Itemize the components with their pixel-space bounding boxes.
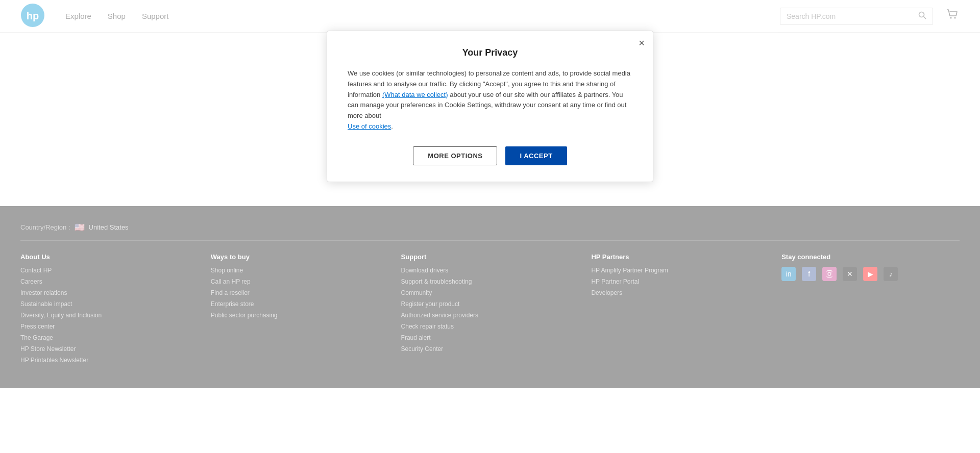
modal-actions: MORE OPTIONS I ACCEPT (348, 146, 632, 165)
modal-title: Your Privacy (348, 47, 632, 58)
privacy-modal: × Your Privacy We use cookies (or simila… (327, 31, 653, 182)
modal-data-link[interactable]: (What data we collect) (382, 91, 448, 98)
modal-period: . (391, 122, 393, 130)
modal-close-button[interactable]: × (639, 37, 645, 49)
modal-overlay: × Your Privacy We use cookies (or simila… (0, 0, 980, 388)
accept-button[interactable]: I ACCEPT (505, 146, 567, 165)
modal-cookies-link[interactable]: Use of cookies (348, 122, 391, 130)
more-options-button[interactable]: MORE OPTIONS (413, 146, 497, 165)
modal-body: We use cookies (or similar technologies)… (348, 68, 632, 132)
